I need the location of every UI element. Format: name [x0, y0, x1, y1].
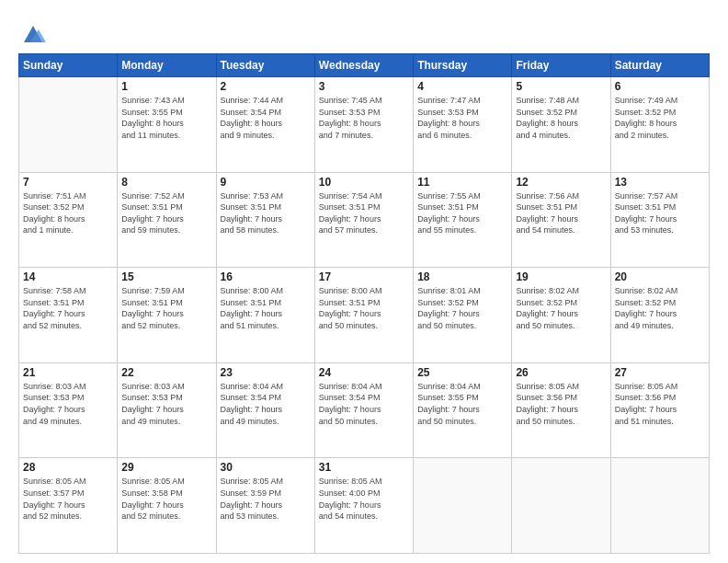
calendar-cell: 25Sunrise: 8:04 AM Sunset: 3:55 PM Dayli…	[414, 362, 512, 458]
calendar-cell: 19Sunrise: 8:02 AM Sunset: 3:52 PM Dayli…	[512, 268, 610, 363]
calendar-cell: 29Sunrise: 8:05 AM Sunset: 3:58 PM Dayli…	[118, 458, 216, 554]
calendar-week-row: 7Sunrise: 7:51 AM Sunset: 3:52 PM Daylig…	[19, 172, 710, 268]
weekday-header: Sunday	[19, 54, 118, 77]
calendar-cell: 3Sunrise: 7:45 AM Sunset: 3:53 PM Daylig…	[314, 77, 413, 173]
calendar-week-row: 21Sunrise: 8:03 AM Sunset: 3:53 PM Dayli…	[19, 362, 710, 458]
weekday-header: Tuesday	[216, 54, 314, 77]
day-number: 2	[221, 80, 311, 93]
weekday-header: Monday	[118, 54, 216, 77]
day-info: Sunrise: 8:00 AM Sunset: 3:51 PM Dayligh…	[221, 285, 311, 331]
day-info: Sunrise: 8:05 AM Sunset: 4:00 PM Dayligh…	[319, 476, 409, 522]
day-number: 1	[121, 80, 211, 93]
calendar-cell: 2Sunrise: 7:44 AM Sunset: 3:54 PM Daylig…	[216, 77, 314, 173]
calendar-cell: 28Sunrise: 8:05 AM Sunset: 3:57 PM Dayli…	[19, 458, 118, 554]
day-info: Sunrise: 7:53 AM Sunset: 3:51 PM Dayligh…	[221, 190, 311, 236]
calendar-cell: 10Sunrise: 7:54 AM Sunset: 3:51 PM Dayli…	[314, 172, 413, 268]
calendar-header-row: SundayMondayTuesdayWednesdayThursdayFrid…	[19, 54, 710, 77]
day-number: 13	[615, 176, 705, 189]
calendar-cell	[19, 77, 118, 173]
calendar-cell: 30Sunrise: 8:05 AM Sunset: 3:59 PM Dayli…	[216, 458, 314, 554]
day-info: Sunrise: 8:03 AM Sunset: 3:53 PM Dayligh…	[121, 381, 211, 427]
calendar-cell	[512, 458, 610, 554]
calendar-cell: 18Sunrise: 8:01 AM Sunset: 3:52 PM Dayli…	[414, 268, 512, 363]
day-number: 28	[23, 461, 113, 474]
calendar-table: SundayMondayTuesdayWednesdayThursdayFrid…	[18, 53, 710, 554]
day-info: Sunrise: 8:05 AM Sunset: 3:56 PM Dayligh…	[615, 381, 705, 427]
day-info: Sunrise: 8:00 AM Sunset: 3:51 PM Dayligh…	[319, 285, 409, 331]
calendar-cell: 16Sunrise: 8:00 AM Sunset: 3:51 PM Dayli…	[216, 268, 314, 363]
calendar-cell: 5Sunrise: 7:48 AM Sunset: 3:52 PM Daylig…	[512, 77, 610, 173]
calendar-cell: 15Sunrise: 7:59 AM Sunset: 3:51 PM Dayli…	[118, 268, 216, 363]
day-info: Sunrise: 7:58 AM Sunset: 3:51 PM Dayligh…	[23, 285, 113, 331]
day-number: 25	[417, 366, 507, 379]
day-info: Sunrise: 7:47 AM Sunset: 3:53 PM Dayligh…	[417, 95, 507, 141]
weekday-header: Saturday	[610, 54, 709, 77]
day-info: Sunrise: 7:59 AM Sunset: 3:51 PM Dayligh…	[121, 285, 211, 331]
day-info: Sunrise: 7:45 AM Sunset: 3:53 PM Dayligh…	[319, 95, 409, 141]
day-info: Sunrise: 8:01 AM Sunset: 3:52 PM Dayligh…	[417, 285, 507, 331]
day-number: 30	[221, 461, 311, 474]
day-number: 21	[23, 366, 113, 379]
calendar-cell: 23Sunrise: 8:04 AM Sunset: 3:54 PM Dayli…	[216, 362, 314, 458]
calendar-cell: 14Sunrise: 7:58 AM Sunset: 3:51 PM Dayli…	[19, 268, 118, 363]
calendar-cell: 20Sunrise: 8:02 AM Sunset: 3:52 PM Dayli…	[610, 268, 709, 363]
calendar-cell: 12Sunrise: 7:56 AM Sunset: 3:51 PM Dayli…	[512, 172, 610, 268]
day-number: 11	[417, 176, 507, 189]
day-number: 3	[319, 80, 409, 93]
calendar-cell: 17Sunrise: 8:00 AM Sunset: 3:51 PM Dayli…	[314, 268, 413, 363]
calendar-week-row: 14Sunrise: 7:58 AM Sunset: 3:51 PM Dayli…	[19, 268, 710, 363]
calendar-week-row: 1Sunrise: 7:43 AM Sunset: 3:55 PM Daylig…	[19, 77, 710, 173]
day-info: Sunrise: 7:48 AM Sunset: 3:52 PM Dayligh…	[516, 95, 606, 141]
day-number: 18	[417, 270, 507, 283]
day-number: 19	[516, 270, 606, 283]
day-info: Sunrise: 7:54 AM Sunset: 3:51 PM Dayligh…	[319, 190, 409, 236]
day-info: Sunrise: 8:04 AM Sunset: 3:54 PM Dayligh…	[221, 381, 311, 427]
day-number: 10	[319, 176, 409, 189]
logo-icon	[20, 20, 46, 46]
day-number: 4	[417, 80, 507, 93]
day-info: Sunrise: 8:05 AM Sunset: 3:58 PM Dayligh…	[121, 476, 211, 522]
day-info: Sunrise: 8:04 AM Sunset: 3:54 PM Dayligh…	[319, 381, 409, 427]
day-number: 16	[221, 270, 311, 283]
calendar-cell: 24Sunrise: 8:04 AM Sunset: 3:54 PM Dayli…	[314, 362, 413, 458]
calendar-cell: 9Sunrise: 7:53 AM Sunset: 3:51 PM Daylig…	[216, 172, 314, 268]
weekday-header: Thursday	[414, 54, 512, 77]
day-info: Sunrise: 8:04 AM Sunset: 3:55 PM Dayligh…	[417, 381, 507, 427]
weekday-header: Wednesday	[314, 54, 413, 77]
day-info: Sunrise: 7:51 AM Sunset: 3:52 PM Dayligh…	[23, 190, 113, 236]
day-info: Sunrise: 8:03 AM Sunset: 3:53 PM Dayligh…	[23, 381, 113, 427]
day-number: 15	[121, 270, 211, 283]
calendar-cell: 8Sunrise: 7:52 AM Sunset: 3:51 PM Daylig…	[118, 172, 216, 268]
calendar-cell: 4Sunrise: 7:47 AM Sunset: 3:53 PM Daylig…	[414, 77, 512, 173]
day-number: 22	[121, 366, 211, 379]
day-number: 24	[319, 366, 409, 379]
day-info: Sunrise: 7:56 AM Sunset: 3:51 PM Dayligh…	[516, 190, 606, 236]
calendar-cell: 21Sunrise: 8:03 AM Sunset: 3:53 PM Dayli…	[19, 362, 118, 458]
day-info: Sunrise: 8:05 AM Sunset: 3:57 PM Dayligh…	[23, 476, 113, 522]
day-number: 20	[615, 270, 705, 283]
day-number: 9	[221, 176, 311, 189]
day-number: 7	[23, 176, 113, 189]
day-info: Sunrise: 8:05 AM Sunset: 3:56 PM Dayligh…	[516, 381, 606, 427]
day-number: 26	[516, 366, 606, 379]
day-info: Sunrise: 8:02 AM Sunset: 3:52 PM Dayligh…	[516, 285, 606, 331]
day-number: 5	[516, 80, 606, 93]
day-info: Sunrise: 8:05 AM Sunset: 3:59 PM Dayligh…	[221, 476, 311, 522]
day-number: 29	[121, 461, 211, 474]
day-number: 14	[23, 270, 113, 283]
calendar-cell: 26Sunrise: 8:05 AM Sunset: 3:56 PM Dayli…	[512, 362, 610, 458]
day-number: 6	[615, 80, 705, 93]
day-info: Sunrise: 7:44 AM Sunset: 3:54 PM Dayligh…	[221, 95, 311, 141]
day-number: 27	[615, 366, 705, 379]
page: SundayMondayTuesdayWednesdayThursdayFrid…	[0, 0, 728, 563]
day-number: 23	[221, 366, 311, 379]
calendar-cell	[610, 458, 709, 554]
day-info: Sunrise: 7:49 AM Sunset: 3:52 PM Dayligh…	[615, 95, 705, 141]
day-info: Sunrise: 7:57 AM Sunset: 3:51 PM Dayligh…	[615, 190, 705, 236]
day-number: 17	[319, 270, 409, 283]
day-info: Sunrise: 7:43 AM Sunset: 3:55 PM Dayligh…	[121, 95, 211, 141]
day-number: 8	[121, 176, 211, 189]
calendar-cell	[414, 458, 512, 554]
calendar-cell: 11Sunrise: 7:55 AM Sunset: 3:51 PM Dayli…	[414, 172, 512, 268]
calendar-cell: 13Sunrise: 7:57 AM Sunset: 3:51 PM Dayli…	[610, 172, 709, 268]
